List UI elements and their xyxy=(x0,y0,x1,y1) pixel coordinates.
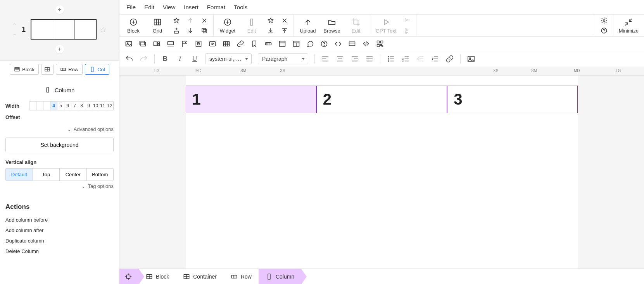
action-duplicate-column[interactable]: Duplicate column xyxy=(5,236,114,246)
width-8[interactable]: 8 xyxy=(78,102,85,110)
align-left-button[interactable] xyxy=(321,55,330,63)
valign-center[interactable]: Center xyxy=(60,169,87,181)
card-icon[interactable] xyxy=(348,40,356,48)
menu-view[interactable]: View xyxy=(163,4,175,10)
align-bottom-icon[interactable] xyxy=(267,27,274,34)
font-family-select[interactable]: system-ui,-ap… xyxy=(205,53,252,64)
action-add-column-before[interactable]: Add column before xyxy=(5,215,114,225)
action-delete-column[interactable]: Delete Column xyxy=(5,246,114,256)
canvas-column-3[interactable]: 3 xyxy=(447,86,578,113)
align-top-icon[interactable] xyxy=(281,27,288,34)
block-thumbnail[interactable] xyxy=(31,19,97,40)
bc-column[interactable]: Column xyxy=(259,269,301,284)
advanced-options-link[interactable]: ⌄Advanced options xyxy=(5,124,114,138)
upload-button[interactable]: Upload xyxy=(299,18,316,34)
code-icon[interactable] xyxy=(362,40,370,48)
add-block-below-button[interactable]: + xyxy=(55,45,64,53)
width-9[interactable]: 9 xyxy=(85,102,92,110)
copy-icon[interactable] xyxy=(201,27,208,34)
tab-container[interactable] xyxy=(41,64,54,75)
add-widget-button[interactable]: Widget xyxy=(219,18,236,34)
layout2-icon[interactable] xyxy=(292,40,300,48)
arrow-down-icon[interactable] xyxy=(187,27,194,34)
valign-default[interactable]: Default xyxy=(6,169,33,181)
caret-up-icon[interactable]: ⌃ xyxy=(12,22,17,28)
tab-block[interactable]: Block xyxy=(10,64,39,75)
width-6[interactable]: 6 xyxy=(64,102,71,110)
button-icon[interactable]: BTN xyxy=(264,40,272,48)
help-circle-icon[interactable] xyxy=(320,40,328,48)
star-icon[interactable]: ☆ xyxy=(100,25,107,34)
link-icon[interactable] xyxy=(237,40,244,48)
table-icon[interactable] xyxy=(223,40,230,48)
canvas-area[interactable]: 1 2 3 xyxy=(119,76,644,269)
image-text-icon[interactable] xyxy=(167,40,174,48)
minimize-button[interactable]: Minimize xyxy=(619,18,639,34)
bc-selection-icon[interactable] xyxy=(119,269,139,284)
video-icon[interactable] xyxy=(209,40,216,48)
images-icon[interactable] xyxy=(139,40,147,48)
align-center-button[interactable] xyxy=(336,55,344,63)
page-canvas[interactable]: 1 2 3 xyxy=(186,76,578,269)
bookmark-icon[interactable] xyxy=(250,40,258,48)
canvas-column-2[interactable]: 2 xyxy=(316,86,447,113)
play-lines-icon[interactable] xyxy=(404,27,411,34)
bc-block[interactable]: Block xyxy=(139,269,176,284)
flag-icon[interactable] xyxy=(181,40,188,48)
comment-icon[interactable] xyxy=(306,40,314,48)
width-3[interactable] xyxy=(43,102,50,110)
number-list-button[interactable]: 123 xyxy=(401,55,410,63)
menu-insert[interactable]: Insert xyxy=(184,4,199,10)
grid-button[interactable]: Grid xyxy=(149,18,166,34)
tab-row[interactable]: Row xyxy=(56,64,83,75)
tab-col[interactable]: Col xyxy=(85,64,109,75)
menu-format[interactable]: Format xyxy=(207,4,226,10)
x-icon[interactable] xyxy=(281,17,288,24)
add-below-icon[interactable] xyxy=(173,27,180,34)
width-11[interactable]: 11 xyxy=(99,102,106,110)
bullet-list-button[interactable] xyxy=(387,55,395,63)
star-icon[interactable] xyxy=(173,17,180,24)
width-2[interactable] xyxy=(36,102,43,110)
arrow-up-icon[interactable] xyxy=(187,17,194,24)
bold-box-icon[interactable] xyxy=(195,40,202,48)
insert-link-button[interactable] xyxy=(445,55,454,63)
insert-image-button[interactable] xyxy=(467,55,475,63)
menu-tools[interactable]: Tools xyxy=(234,4,247,10)
tag-options-link[interactable]: ⌄Tag options xyxy=(5,181,114,194)
valign-bottom[interactable]: Bottom xyxy=(87,169,114,181)
help-icon[interactable] xyxy=(601,27,608,34)
paragraph-style-select[interactable]: Paragraph xyxy=(258,53,308,64)
width-1[interactable] xyxy=(29,102,36,110)
add-block-button[interactable]: Block xyxy=(125,18,142,34)
browse-button[interactable]: Browse xyxy=(323,18,340,34)
align-justify-button[interactable] xyxy=(365,55,374,63)
image-icon[interactable] xyxy=(125,40,133,48)
align-right-button[interactable] xyxy=(350,55,359,63)
caret-down-icon[interactable]: ⌄ xyxy=(12,31,17,36)
layout-icon[interactable] xyxy=(278,40,286,48)
italic-button[interactable]: I xyxy=(176,55,184,63)
gear-icon[interactable] xyxy=(601,17,608,24)
bold-button[interactable]: B xyxy=(161,55,169,63)
star-icon[interactable] xyxy=(267,17,274,24)
width-5[interactable]: 5 xyxy=(57,102,64,110)
menu-edit[interactable]: Edit xyxy=(144,4,154,10)
redo-button[interactable] xyxy=(140,55,148,63)
bc-container[interactable]: Container xyxy=(176,269,224,284)
undo-button[interactable] xyxy=(125,55,133,63)
indent-button[interactable] xyxy=(431,55,439,63)
qr-icon[interactable] xyxy=(376,40,384,48)
bc-row[interactable]: Row xyxy=(224,269,259,284)
add-block-above-button[interactable]: + xyxy=(55,5,64,14)
width-4[interactable]: 4 xyxy=(50,102,57,110)
x-icon[interactable] xyxy=(201,17,208,24)
embed-icon[interactable] xyxy=(334,40,342,48)
outdent-button[interactable] xyxy=(416,55,425,63)
width-7[interactable]: 7 xyxy=(71,102,78,110)
set-background-button[interactable]: Set background xyxy=(5,138,114,152)
width-selector[interactable]: 4 5 6 7 8 9 10 11 12 xyxy=(29,101,114,110)
valign-top[interactable]: Top xyxy=(33,169,60,181)
width-10[interactable]: 10 xyxy=(92,102,99,110)
action-add-column-after[interactable]: Add column after xyxy=(5,225,114,236)
